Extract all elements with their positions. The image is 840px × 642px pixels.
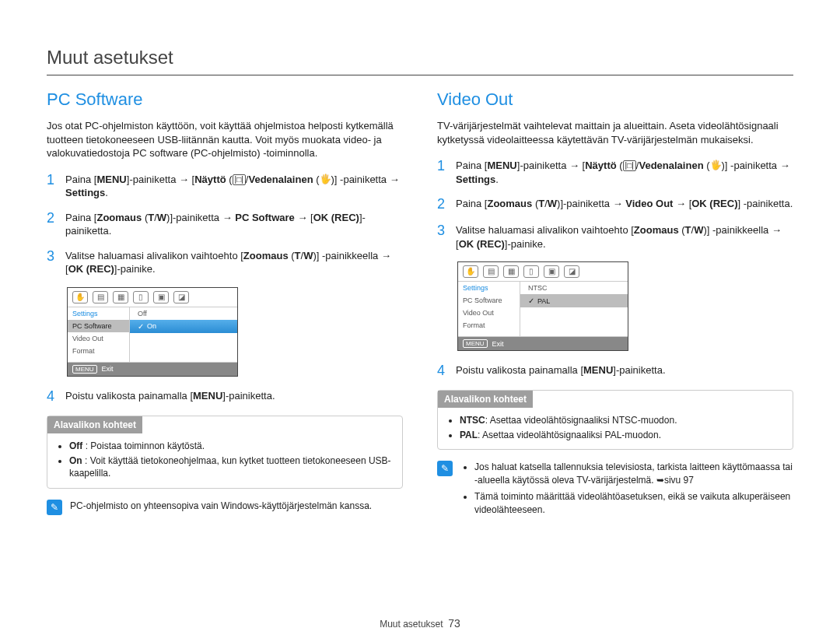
step-text: Paina [MENU]-painiketta → [Näyttö (|□|/V… xyxy=(65,173,403,200)
screen-left-item: Video Out xyxy=(68,332,129,345)
page-number: 73 xyxy=(448,617,460,630)
underwater-icon: 🖐 xyxy=(710,160,722,170)
page-footer: Muut asetukset 73 xyxy=(0,617,840,630)
tab-icon: ▦ xyxy=(113,291,128,303)
tab-icon: ✋ xyxy=(463,265,478,278)
submenu-body: Off : Poistaa toiminnon käytöstä. On : V… xyxy=(47,433,402,488)
screen-right-item: ✓On xyxy=(130,320,237,333)
screen-left-item: Video Out xyxy=(458,307,520,319)
note-left: ✎ PC-ohjelmisto on yhteensopiva vain Win… xyxy=(47,500,403,515)
step-text: Poistu valikosta painamalla [MENU]-paini… xyxy=(65,389,275,405)
screen-right-item: ✓PAL xyxy=(520,294,628,307)
check-icon: ✓ xyxy=(138,322,144,331)
submenu-item: PAL: Asettaa videolähtösignaaliksi PAL-m… xyxy=(460,429,785,442)
tab-icon: ◪ xyxy=(173,291,189,303)
screen-footer: MENU Exit xyxy=(458,336,628,350)
step-text: Paina [Zoomaus (T/W)]-painiketta → PC So… xyxy=(65,211,403,238)
screen-right-item: Off xyxy=(130,307,237,320)
step-2-left: 2 Paina [Zoomaus (T/W)]-painiketta → PC … xyxy=(47,211,403,238)
step-num: 4 xyxy=(437,363,448,379)
screen-left-item: Format xyxy=(458,319,520,332)
footer-label: Muut asetukset xyxy=(380,619,443,630)
step-1-left: 1 Paina [MENU]-painiketta → [Näyttö (|□|… xyxy=(47,173,403,200)
submenu-body: NTSC: Asettaa videolähtösignaaliksi NTSC… xyxy=(438,408,793,450)
step-text: Valitse haluamasi alivalikon vaihtoehto … xyxy=(456,223,793,251)
step-num: 2 xyxy=(437,197,448,212)
pc-software-heading: PC Software xyxy=(47,89,403,110)
note-icon: ✎ xyxy=(47,500,62,515)
step-text: Valitse haluamasi alivalikon vaihtoehto … xyxy=(65,249,403,276)
tab-icon: ▣ xyxy=(153,291,169,303)
right-column: Video Out TV-värijärjestelmät vaihteleva… xyxy=(437,89,793,520)
display-icon: |□| xyxy=(623,160,636,171)
tab-icon: ▣ xyxy=(544,265,559,278)
columns: PC Software Jos otat PC-ohjelmiston käyt… xyxy=(47,89,793,520)
step-text: Paina [MENU]-painiketta → [Näyttö (|□|/V… xyxy=(456,159,793,186)
submenu-item: NTSC: Asettaa videolähtösignaaliksi NTSC… xyxy=(460,414,785,427)
screen-tabs: ✋ ▤ ▦ ▯ ▣ ◪ xyxy=(68,288,237,307)
video-out-intro: TV-värijärjestelmät vaihtelevat maittain… xyxy=(437,119,793,146)
pc-software-intro: Jos otat PC-ohjelmiston käyttöön, voit k… xyxy=(47,119,403,160)
left-column: PC Software Jos otat PC-ohjelmiston käyt… xyxy=(47,89,403,520)
tab-icon: ▦ xyxy=(503,265,519,278)
screen-exit-label: Exit xyxy=(492,340,504,348)
submenu-box-right: Alavalikon kohteet NTSC: Asettaa videolä… xyxy=(437,390,793,451)
step-num: 2 xyxy=(47,211,58,238)
step-2-right: 2 Paina [Zoomaus (T/W)]-painiketta → Vid… xyxy=(437,197,793,212)
main-title: Muut asetukset xyxy=(47,47,793,68)
note-right: ✎ Jos haluat katsella tallennuksia telev… xyxy=(437,461,793,519)
screen-footer: MENU Exit xyxy=(68,362,237,376)
step-text: Paina [Zoomaus (T/W)]-painiketta → Video… xyxy=(456,197,793,212)
tab-icon: ▯ xyxy=(133,291,149,303)
step-3-right: 3 Valitse haluamasi alivalikon vaihtoeht… xyxy=(437,223,793,251)
screen-left-list: Settings PC Software Video Out Format xyxy=(68,307,130,362)
menu-pill: MENU xyxy=(463,339,488,348)
screen-right-item: NTSC xyxy=(520,282,628,294)
title-divider xyxy=(47,75,793,75)
underwater-icon: 🖐 xyxy=(320,174,331,184)
note-item: Jos haluat katsella tallennuksia televis… xyxy=(474,461,793,487)
tab-icon: ▤ xyxy=(93,291,108,303)
note-text: PC-ohjelmisto on yhteensopiva vain Windo… xyxy=(70,500,403,515)
tab-icon: ✋ xyxy=(72,291,88,303)
submenu-item: On : Voit käyttää tietokoneohjelmaa, kun… xyxy=(69,454,394,481)
submenu-box-left: Alavalikon kohteet Off : Poistaa toiminn… xyxy=(47,416,403,489)
note-icon: ✎ xyxy=(437,461,453,476)
submenu-item: Off : Poistaa toiminnon käytöstä. xyxy=(69,440,394,453)
step-4-right: 4 Poistu valikosta painamalla [MENU]-pai… xyxy=(437,363,793,379)
screen-right-list: Off ✓On xyxy=(130,307,237,362)
screen-mock-video-out: ✋ ▤ ▦ ▯ ▣ ◪ Settings PC Software Video O… xyxy=(457,261,628,351)
video-out-heading: Video Out xyxy=(437,89,793,110)
step-num: 1 xyxy=(47,173,58,200)
screen-left-item: PC Software xyxy=(68,320,129,332)
note-text: Jos haluat katsella tallennuksia televis… xyxy=(460,461,793,519)
screen-mock-pc-software: ✋ ▤ ▦ ▯ ▣ ◪ Settings PC Software Video O… xyxy=(67,287,238,377)
step-num: 1 xyxy=(437,159,448,186)
step-num: 3 xyxy=(47,249,58,276)
step-4-left: 4 Poistu valikosta painamalla [MENU]-pai… xyxy=(47,389,403,405)
submenu-header: Alavalikon kohteet xyxy=(47,416,142,433)
screen-right-list: NTSC ✓PAL xyxy=(520,282,628,336)
note-item: Tämä toiminto määrittää videolähtöasetuk… xyxy=(474,490,793,517)
screen-left-list: Settings PC Software Video Out Format xyxy=(458,282,520,336)
screen-left-item: Format xyxy=(68,345,129,357)
screen-settings-label: Settings xyxy=(68,307,129,320)
menu-pill: MENU xyxy=(72,365,97,374)
step-3-left: 3 Valitse haluamasi alivalikon vaihtoeht… xyxy=(47,249,403,276)
tab-icon: ▤ xyxy=(483,265,499,278)
step-num: 3 xyxy=(437,223,448,251)
check-icon: ✓ xyxy=(528,296,534,305)
screen-settings-label: Settings xyxy=(458,282,520,294)
screen-tabs: ✋ ▤ ▦ ▯ ▣ ◪ xyxy=(458,262,628,282)
tab-icon: ◪ xyxy=(564,265,579,278)
step-text: Poistu valikosta painamalla [MENU]-paini… xyxy=(456,363,666,379)
step-num: 4 xyxy=(47,389,58,405)
step-1-right: 1 Paina [MENU]-painiketta → [Näyttö (|□|… xyxy=(437,159,793,186)
screen-exit-label: Exit xyxy=(102,365,114,373)
submenu-header: Alavalikon kohteet xyxy=(438,391,533,408)
display-icon: |□| xyxy=(233,174,246,185)
screen-left-item: PC Software xyxy=(458,294,520,307)
tab-icon: ▯ xyxy=(523,265,539,278)
